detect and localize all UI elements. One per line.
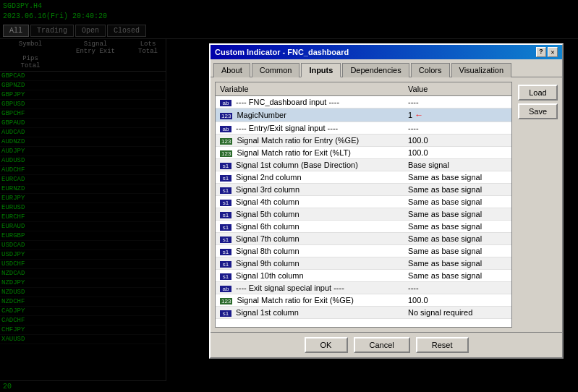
- table-row[interactable]: 123 MagicNumber 1 ←: [216, 108, 511, 122]
- type-badge: s1: [220, 175, 231, 182]
- type-badge: ab: [220, 100, 231, 106]
- tab-dependencies[interactable]: Dependencies: [342, 63, 409, 77]
- modal-dialog: Custom Indicator - FNC_dashboard ? ✕ Abo…: [209, 43, 564, 359]
- value-cell: Same as base signal: [404, 233, 511, 245]
- table-row[interactable]: s1 Signal 7th column Same as base signal: [216, 233, 511, 245]
- modal-footer: OK Cancel Reset: [211, 332, 562, 357]
- variable-cell: s1 Signal 1st column: [216, 307, 404, 319]
- variable-cell: 123 Signal Match ratio for Entry (%GE): [216, 135, 404, 147]
- type-badge: s1: [220, 200, 231, 206]
- modal-titlebar: Custom Indicator - FNC_dashboard ? ✕: [211, 45, 562, 59]
- table-row[interactable]: 123 Signal Match ratio for Exit (%LT) 10…: [216, 147, 511, 159]
- variable-cell: s1 Signal 5th column: [216, 208, 404, 221]
- value-cell: Same as base signal: [404, 196, 511, 208]
- table-row[interactable]: s1 Signal 8th column Same as base signal: [216, 245, 511, 257]
- variable-cell: s1 Signal 8th column: [216, 245, 404, 257]
- value-cell: 100.0: [404, 147, 511, 159]
- value-cell: Same as base signal: [404, 270, 511, 282]
- ok-button[interactable]: OK: [305, 337, 348, 353]
- variable-name: Signal 4th column: [236, 197, 299, 206]
- table-row[interactable]: s1 Signal 3rd column Same as base signal: [216, 184, 511, 196]
- variable-cell: s1 Signal 7th column: [216, 233, 404, 245]
- variable-name: Signal 9th column: [236, 259, 299, 268]
- value-cell: Same as base signal: [404, 221, 511, 233]
- type-badge: s1: [220, 187, 231, 194]
- value-cell: No signal required: [404, 307, 511, 319]
- tab-inputs[interactable]: Inputs: [301, 63, 341, 77]
- table-row[interactable]: s1 Signal 9th column Same as base signal: [216, 257, 511, 270]
- table-row[interactable]: s1 Signal 1st column No signal required: [216, 307, 511, 319]
- table-row[interactable]: ab ---- FNC_dashboard input ---- ----: [216, 96, 511, 108]
- table-row[interactable]: s1 Signal 10th column Same as base signa…: [216, 270, 511, 282]
- table-wrapper: Variable Value ab ---- FNC_dashboard inp…: [215, 82, 558, 328]
- cancel-button[interactable]: Cancel: [354, 337, 410, 353]
- type-badge: s1: [220, 261, 231, 268]
- value-cell: Same as base signal: [404, 184, 511, 196]
- variable-name: Signal 1st column (Base Direction): [236, 161, 358, 169]
- table-row[interactable]: s1 Signal 2nd column Same as base signal: [216, 171, 511, 184]
- close-button[interactable]: ✕: [548, 47, 558, 57]
- type-badge: ab: [220, 286, 231, 292]
- type-badge: ab: [220, 126, 231, 132]
- tab-about[interactable]: About: [213, 63, 250, 77]
- variable-cell: s1 Signal 3rd column: [216, 184, 404, 196]
- table-row[interactable]: 123 Signal Match ratio for Exit (%GE) 10…: [216, 294, 511, 307]
- titlebar-controls: ? ✕: [536, 47, 558, 57]
- table-row[interactable]: s1 Signal 6th column Same as base signal: [216, 221, 511, 233]
- col-variable: Variable: [216, 82, 404, 96]
- load-button[interactable]: Load: [518, 85, 558, 101]
- modal-overlay: Custom Indicator - FNC_dashboard ? ✕ Abo…: [0, 0, 578, 392]
- table-row[interactable]: ab ---- Entry/Exit signal input ---- ---…: [216, 122, 511, 135]
- variable-cell: s1 Signal 4th column: [216, 196, 404, 208]
- modal-content: Variable Value ab ---- FNC_dashboard inp…: [211, 77, 562, 332]
- save-button[interactable]: Save: [518, 103, 558, 119]
- variable-name: Signal 1st column: [236, 308, 299, 317]
- type-badge: s1: [220, 224, 231, 231]
- param-table-container[interactable]: Variable Value ab ---- FNC_dashboard inp…: [215, 82, 512, 328]
- tab-common[interactable]: Common: [252, 63, 300, 77]
- table-row[interactable]: 123 Signal Match ratio for Entry (%GE) 1…: [216, 135, 511, 147]
- value-cell: ----: [404, 96, 511, 108]
- type-badge: s1: [220, 212, 231, 218]
- value-cell: 100.0: [404, 294, 511, 307]
- variable-name: Signal 7th column: [236, 234, 299, 243]
- variable-name: ---- Exit signal special input ----: [236, 284, 344, 292]
- variable-cell: s1 Signal 6th column: [216, 221, 404, 233]
- variable-name: ---- FNC_dashboard input ----: [236, 98, 339, 106]
- table-row[interactable]: s1 Signal 1st column (Base Direction) Ba…: [216, 159, 511, 171]
- table-row[interactable]: ab ---- Exit signal special input ---- -…: [216, 282, 511, 294]
- value-cell: Same as base signal: [404, 257, 511, 270]
- side-buttons: Load Save: [515, 82, 558, 328]
- variable-name: Signal 8th column: [236, 247, 299, 255]
- table-row[interactable]: s1 Signal 4th column Same as base signal: [216, 196, 511, 208]
- variable-name: ---- Entry/Exit signal input ----: [236, 124, 338, 132]
- variable-name: Signal Match ratio for Entry (%GE): [237, 136, 359, 145]
- reset-button[interactable]: Reset: [416, 337, 469, 353]
- variable-cell: s1 Signal 10th column: [216, 270, 404, 282]
- variable-cell: 123 Signal Match ratio for Exit (%LT): [216, 147, 404, 159]
- variable-cell: s1 Signal 9th column: [216, 257, 404, 270]
- variable-cell: s1 Signal 1st column (Base Direction): [216, 159, 404, 171]
- table-row[interactable]: s1 Signal 5th column Same as base signal: [216, 208, 511, 221]
- tab-colors[interactable]: Colors: [411, 63, 450, 77]
- type-badge: 123: [220, 150, 232, 157]
- value-cell: Same as base signal: [404, 208, 511, 221]
- variable-cell: s1 Signal 2nd column: [216, 171, 404, 184]
- variable-name: Signal 6th column: [236, 222, 299, 231]
- variable-name: MagicNumber: [237, 111, 286, 119]
- value-cell: Base signal: [404, 159, 511, 171]
- tab-visualization[interactable]: Visualization: [451, 63, 512, 77]
- value-cell: 1 ←: [404, 108, 511, 122]
- variable-cell: ab ---- Entry/Exit signal input ----: [216, 122, 404, 135]
- value-cell: Same as base signal: [404, 245, 511, 257]
- type-badge: 123: [220, 113, 232, 119]
- help-button[interactable]: ?: [536, 47, 546, 57]
- table-section: Variable Value ab ---- FNC_dashboard inp…: [215, 82, 512, 328]
- variable-cell: 123 MagicNumber: [216, 108, 404, 122]
- col-value: Value: [404, 82, 511, 96]
- type-badge: s1: [220, 237, 231, 243]
- value-cell: Same as base signal: [404, 171, 511, 184]
- variable-cell: ab ---- FNC_dashboard input ----: [216, 96, 404, 108]
- variable-cell: 123 Signal Match ratio for Exit (%GE): [216, 294, 404, 307]
- modal-title: Custom Indicator - FNC_dashboard: [215, 48, 349, 56]
